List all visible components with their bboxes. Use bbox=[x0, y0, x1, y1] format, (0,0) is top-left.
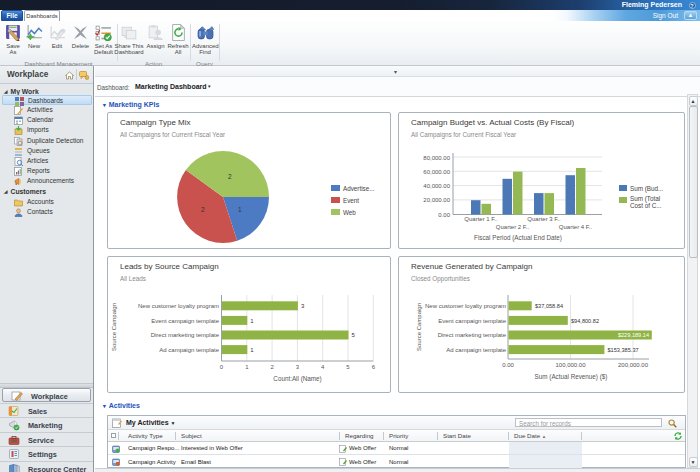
svg-text:60,000.00: 60,000.00 bbox=[423, 169, 450, 175]
svg-text:Quarter 3 F..: Quarter 3 F.. bbox=[527, 216, 561, 222]
svg-text:Quarter 1 F..: Quarter 1 F.. bbox=[464, 216, 498, 222]
svg-text:0: 0 bbox=[220, 364, 224, 370]
svg-text:Source Campaign: Source Campaign bbox=[416, 303, 422, 351]
svg-text:2: 2 bbox=[228, 173, 232, 180]
svg-text:Event campaign template: Event campaign template bbox=[438, 318, 506, 324]
svg-text:Direct marketing template: Direct marketing template bbox=[151, 332, 220, 338]
svg-text:$94,800.82: $94,800.82 bbox=[571, 318, 599, 324]
svg-text:Cost of C...: Cost of C... bbox=[630, 202, 662, 209]
svg-text:Sum (Bud...: Sum (Bud... bbox=[630, 185, 663, 193]
svg-text:80,000.00: 80,000.00 bbox=[423, 155, 450, 161]
svg-text:5: 5 bbox=[346, 364, 350, 370]
svg-text:40,000.00: 40,000.00 bbox=[423, 183, 450, 189]
svg-text:Count:All (Name): Count:All (Name) bbox=[273, 375, 321, 383]
svg-text:1: 1 bbox=[250, 318, 254, 324]
svg-text:5: 5 bbox=[352, 332, 356, 338]
svg-text:Event: Event bbox=[343, 197, 359, 204]
svg-text:Direct marketing template: Direct marketing template bbox=[438, 332, 507, 338]
svg-text:2: 2 bbox=[270, 364, 274, 370]
svg-text:Source Campaign: Source Campaign bbox=[111, 303, 117, 351]
svg-text:Ad campaign template: Ad campaign template bbox=[446, 347, 506, 353]
svg-text:Event campaign template: Event campaign template bbox=[151, 318, 219, 324]
svg-text:1: 1 bbox=[245, 364, 249, 370]
svg-text:0.00: 0.00 bbox=[438, 212, 450, 218]
svg-text:3: 3 bbox=[296, 364, 300, 370]
svg-text:0.00: 0.00 bbox=[502, 362, 514, 368]
svg-text:100,000.00: 100,000.00 bbox=[555, 362, 586, 368]
svg-text:6: 6 bbox=[372, 364, 376, 370]
svg-text:Quarter 2 F..: Quarter 2 F.. bbox=[496, 224, 530, 230]
svg-text:Sum (Actual Revenue) ($): Sum (Actual Revenue) ($) bbox=[535, 373, 608, 381]
svg-text:1: 1 bbox=[238, 206, 242, 213]
svg-text:1: 1 bbox=[250, 347, 254, 353]
svg-text:20,000.00: 20,000.00 bbox=[423, 197, 450, 203]
svg-text:Advertise...: Advertise... bbox=[343, 185, 375, 192]
svg-text:Fiscal Period (Actual End Date: Fiscal Period (Actual End Date) bbox=[474, 234, 562, 242]
svg-text:$153,385.37: $153,385.37 bbox=[608, 347, 639, 353]
svg-text:2: 2 bbox=[201, 206, 205, 213]
svg-text:Ad campaign template: Ad campaign template bbox=[159, 347, 219, 353]
svg-text:3: 3 bbox=[301, 303, 305, 309]
svg-text:Quarter 4 F..: Quarter 4 F.. bbox=[559, 224, 593, 230]
svg-text:$37,058.84: $37,058.84 bbox=[535, 303, 563, 309]
svg-text:200,000.00: 200,000.00 bbox=[618, 362, 649, 368]
svg-text:$229,189.14: $229,189.14 bbox=[618, 332, 649, 338]
svg-text:New customer loyalty program: New customer loyalty program bbox=[425, 303, 506, 309]
svg-text:Web: Web bbox=[343, 209, 356, 216]
svg-text:New customer loyalty program: New customer loyalty program bbox=[138, 303, 219, 309]
svg-text:4: 4 bbox=[321, 364, 325, 370]
